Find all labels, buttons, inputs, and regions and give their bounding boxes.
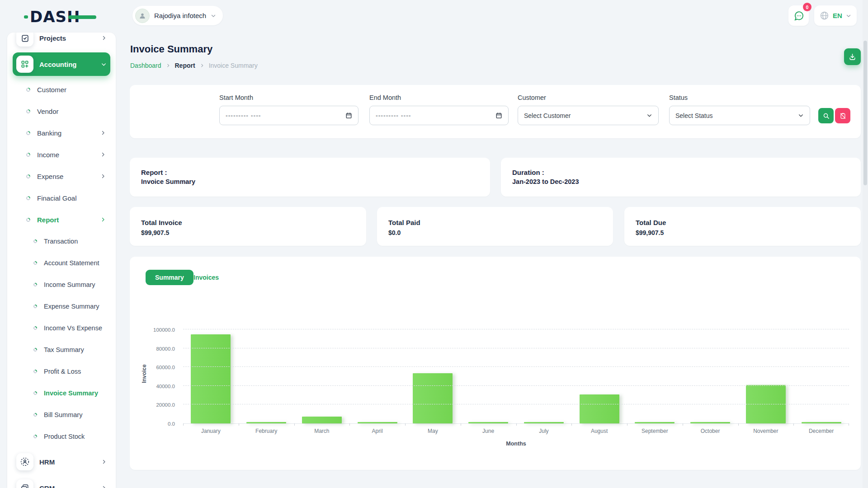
sidebar-item-vendor[interactable]: Vendor: [7, 100, 116, 122]
sidebar-item-crm[interactable]: CRM: [13, 476, 110, 488]
bullet-icon: [25, 130, 31, 136]
bar-september: [635, 422, 675, 423]
app-logo[interactable]: DASH: [30, 7, 80, 26]
bar-slot-june: [461, 330, 516, 423]
x-axis-label: December: [793, 428, 849, 434]
bar-april: [358, 422, 397, 423]
bullet-icon: [33, 260, 38, 265]
start-month-placeholder: --------- ----: [226, 112, 261, 119]
workspace-switcher[interactable]: Rajodiya infotech: [132, 6, 223, 25]
clipboard-check-icon: [16, 33, 33, 47]
axis-tick: [683, 423, 683, 426]
end-month-input[interactable]: --------- ----: [369, 106, 509, 125]
stat-value: $0.0: [388, 229, 401, 236]
avatar: [135, 9, 150, 23]
status-select[interactable]: Select Status: [669, 106, 810, 125]
chevron-right-icon: [100, 174, 106, 179]
sidebar-item-label: Finacial Goal: [37, 194, 106, 202]
sidebar-item-expense-summary[interactable]: Expense Summary: [7, 296, 116, 317]
chevron-right-icon: [166, 63, 170, 68]
breadcrumb-report: Report: [175, 62, 195, 69]
sidebar-item-banking[interactable]: Banking: [7, 122, 116, 144]
tab-invoices[interactable]: Invoices: [193, 274, 219, 281]
x-axis-label: February: [239, 428, 294, 434]
report-info-card: Report : Invoice Summary: [130, 158, 490, 197]
bar-august: [580, 394, 619, 423]
chevron-right-icon: [200, 63, 204, 68]
sidebar-item-label: Profit & Loss: [44, 368, 106, 375]
bar-slot-january: [183, 330, 239, 423]
sidebar-item-report[interactable]: Report: [7, 209, 116, 230]
sidebar-item-product-stock[interactable]: Product Stock: [7, 426, 116, 447]
x-axis-label: September: [627, 428, 683, 434]
sidebar-item-hrm[interactable]: HRM: [13, 450, 110, 474]
end-month-placeholder: --------- ----: [376, 112, 411, 119]
sidebar-item-label: Projects: [39, 34, 95, 42]
customer-select[interactable]: Select Customer: [518, 106, 659, 125]
x-axis-label: August: [571, 428, 627, 434]
sidebar-item-transaction[interactable]: Transaction: [7, 230, 116, 252]
breadcrumb-current: Invoice Summary: [209, 62, 258, 69]
axis-tick: [738, 423, 739, 426]
sidebar-item-income-summary[interactable]: Income Summary: [7, 274, 116, 296]
bar-slot-august: [571, 330, 627, 423]
sidebar-item-bill-summary[interactable]: Bill Summary: [7, 404, 116, 426]
bar-may: [413, 373, 453, 423]
sidebar-item-label: HRM: [39, 458, 95, 466]
bar-slot-september: [627, 330, 683, 423]
start-month-input[interactable]: --------- ----: [219, 106, 359, 125]
bar-slot-november: [738, 330, 794, 423]
filter-card: Start Month --------- ---- End Month ---…: [130, 85, 861, 138]
sidebar-item-income-vs-expense[interactable]: Income Vs Expense: [7, 317, 116, 339]
sidebar-item-profit-loss[interactable]: Profit & Loss: [7, 361, 116, 382]
chevron-right-icon: [101, 459, 107, 465]
sidebar-item-label: Accounting: [39, 61, 95, 68]
messages-badge: 0: [803, 3, 811, 11]
sidebar-item-tax-summary[interactable]: Tax Summary: [7, 339, 116, 361]
axis-tick: [793, 423, 794, 426]
stat-value: $99,907.5: [636, 229, 664, 236]
status-select-value: Select Status: [675, 112, 713, 119]
sidebar-item-label: Tax Summary: [44, 346, 106, 353]
x-axis-label: March: [294, 428, 350, 434]
y-axis-ticks: 0.020000.040000.060000.080000.0100000.0: [138, 330, 179, 424]
sidebar-item-income[interactable]: Income: [7, 144, 116, 165]
sidebar-item-label: Account Statement: [44, 259, 106, 267]
apply-filter-button[interactable]: [818, 108, 834, 123]
sidebar-item-accounting[interactable]: Accounting: [13, 52, 110, 76]
x-axis-label: June: [461, 428, 516, 434]
download-button[interactable]: [844, 48, 861, 65]
bar-slot-february: [239, 330, 294, 423]
gridline: [183, 366, 849, 367]
sidebar-item-finacial-goal[interactable]: Finacial Goal: [7, 187, 116, 209]
language-selector[interactable]: EN: [814, 5, 857, 26]
sidebar-item-invoice-summary[interactable]: Invoice Summary: [7, 382, 116, 404]
x-axis-label: January: [183, 428, 239, 434]
breadcrumb-dashboard[interactable]: Dashboard: [130, 62, 161, 69]
bar-march: [302, 417, 342, 423]
sidebar-item-label: Expense Summary: [44, 303, 106, 310]
reset-filter-button[interactable]: [835, 108, 850, 123]
bullet-icon: [25, 195, 31, 201]
sidebar-item-customer[interactable]: Customer: [7, 79, 116, 100]
sidebar-item-projects[interactable]: Projects: [13, 33, 110, 50]
page-scrollbar[interactable]: [863, 0, 868, 488]
bar-slot-april: [349, 330, 405, 423]
chevron-down-icon: [646, 113, 652, 118]
bar-slot-december: [793, 330, 849, 423]
chevron-right-icon: [100, 152, 106, 157]
scrollbar-thumb[interactable]: [863, 41, 867, 185]
messages-button[interactable]: 0: [788, 5, 809, 26]
x-axis-label: May: [405, 428, 461, 434]
axis-tick: [627, 423, 627, 426]
bullet-icon: [33, 412, 38, 417]
sidebar-item-account-statement[interactable]: Account Statement: [7, 252, 116, 274]
y-tick-label: 40000.0: [156, 384, 175, 389]
stat-value: $99,907.5: [141, 229, 169, 236]
sidebar-item-label: Invoice Summary: [44, 389, 106, 397]
tab-summary[interactable]: Summary: [146, 270, 193, 285]
bullet-icon: [33, 282, 38, 287]
chevron-right-icon: [100, 130, 106, 136]
sidebar: ProjectsAccountingCustomerVendorBankingI…: [7, 33, 116, 488]
sidebar-item-expense[interactable]: Expense: [7, 165, 116, 187]
